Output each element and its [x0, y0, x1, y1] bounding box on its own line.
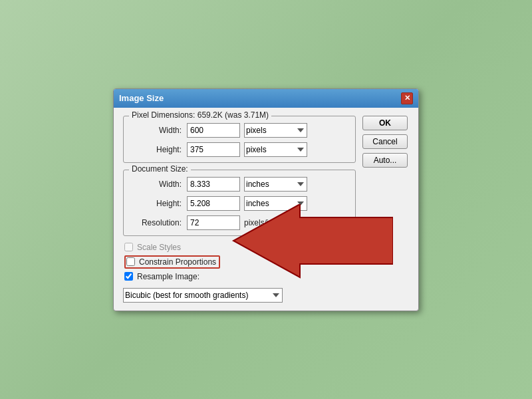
constrain-box: Constrain Proportions	[124, 255, 220, 269]
image-size-dialog: Image Size ✕ Pixel Dimensions: 659.2K (w…	[113, 88, 419, 311]
constrain-proportions-label: Constrain Proportions	[139, 257, 216, 267]
doc-height-unit-select[interactable]: inches	[244, 196, 307, 211]
resolution-label: Resolution:	[132, 218, 182, 227]
cancel-button[interactable]: Cancel	[362, 134, 408, 149]
resample-image-label: Resample Image:	[137, 272, 200, 281]
constrain-proportions-checkbox[interactable]	[126, 257, 135, 266]
constrain-proportions-row: Constrain Proportions	[123, 255, 356, 269]
doc-height-row: Height: inches	[132, 196, 347, 211]
resolution-unit: pixels/inch	[244, 218, 281, 227]
doc-width-unit-select[interactable]: inches	[244, 177, 307, 192]
pixel-dimensions-group: Pixel Dimensions: 659.2K (was 3.71M) Wid…	[123, 116, 356, 163]
title-bar: Image Size ✕	[114, 89, 418, 108]
pixel-dimensions-label: Pixel Dimensions: 659.2K (was 3.71M)	[129, 110, 271, 120]
dialog-body: Pixel Dimensions: 659.2K (was 3.71M) Wid…	[114, 108, 418, 311]
pixel-height-row: Height: pixels	[132, 142, 347, 157]
pixel-width-label: Width:	[132, 126, 182, 135]
dialog-title: Image Size	[119, 93, 164, 103]
pixel-height-label: Height:	[132, 145, 182, 154]
doc-height-input[interactable]	[187, 196, 240, 211]
doc-width-row: Width: inches	[132, 177, 347, 192]
resolution-row: Resolution: pixels/inch	[132, 215, 347, 230]
auto-button[interactable]: Auto...	[362, 153, 408, 168]
ok-button[interactable]: OK	[362, 116, 408, 130]
pixel-width-input[interactable]	[187, 123, 240, 138]
pixel-width-row: Width: pixels	[132, 123, 347, 138]
left-panel: Pixel Dimensions: 659.2K (was 3.71M) Wid…	[123, 116, 356, 303]
scale-styles-row: Scale Styles	[123, 243, 356, 252]
scale-styles-label: Scale Styles	[137, 243, 181, 252]
close-button[interactable]: ✕	[401, 92, 413, 104]
resolution-input[interactable]	[187, 215, 240, 230]
resample-image-checkbox[interactable]	[124, 272, 133, 281]
scale-styles-checkbox[interactable]	[124, 243, 133, 251]
document-size-label: Document Size:	[129, 164, 191, 174]
pixel-width-unit-select[interactable]: pixels	[244, 123, 307, 138]
doc-height-label: Height:	[132, 199, 182, 208]
right-panel: OK Cancel Auto...	[362, 116, 409, 303]
document-size-group: Document Size: Width: inches Height: inc…	[123, 170, 356, 236]
resample-image-row: Resample Image:	[123, 272, 356, 281]
resample-method-select[interactable]: Bicubic (best for smooth gradients)	[123, 288, 283, 303]
pixel-height-unit-select[interactable]: pixels	[244, 142, 307, 157]
pixel-height-input[interactable]	[187, 142, 240, 157]
background: Image Size ✕ Pixel Dimensions: 659.2K (w…	[0, 0, 532, 399]
doc-width-input[interactable]	[187, 177, 240, 192]
doc-width-label: Width:	[132, 180, 182, 189]
